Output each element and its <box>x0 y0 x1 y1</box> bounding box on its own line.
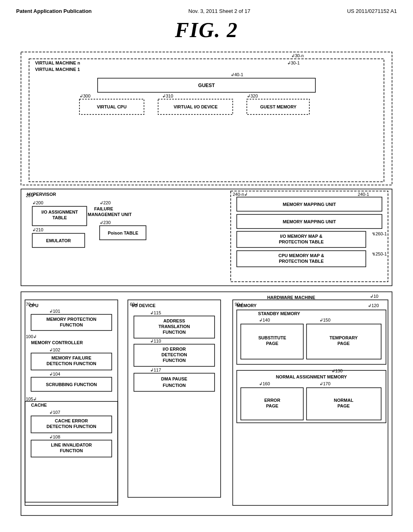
scrubbing-label: SCRUBBING FUNCTION <box>46 382 97 387</box>
emulator-label: EMULATOR <box>46 238 71 243</box>
failure-mgmt-label2: MANAGEMENT UNIT <box>88 212 132 217</box>
standby-memory-label: STANDBY MEMORY <box>258 311 300 316</box>
ref-200: ↲200 <box>32 200 43 205</box>
temporary-page-label2: PAGE <box>338 341 350 346</box>
io-assignment-label: I/O ASSIGNMENT <box>42 210 78 214</box>
temporary-page-label1: TEMPORARY <box>330 335 358 340</box>
ref-110: ↲110 <box>150 339 161 343</box>
ref-230: ↲230 <box>100 220 111 225</box>
io-error-label1: I/O ERROR <box>163 347 186 351</box>
header-right: US 2011/0271152 A1 <box>347 8 397 14</box>
normal-page-label2: PAGE <box>338 403 350 408</box>
vm-1-label: VIRTUAL MACHINE 1 <box>35 67 80 72</box>
cpu-protection-label: PROTECTION TABLE <box>279 259 323 264</box>
substitute-page-label1: SUBSTITUTE <box>258 335 286 340</box>
cpu-memory-map-label: CPU MEMORY MAP & <box>278 253 324 258</box>
ref-130: ↲130 <box>332 368 342 373</box>
error-page-label1: ERROR <box>264 398 280 403</box>
ref-100: 100↲ <box>26 334 37 339</box>
header-mid: Nov. 3, 2011 Sheet 2 of 17 <box>188 8 250 14</box>
failure-mgmt-label1: FAILURE <box>94 206 113 211</box>
ref-117: ↲117 <box>150 368 161 372</box>
ref-101: ↲101 <box>49 309 60 314</box>
ref-170: ↲170 <box>319 381 330 386</box>
io-memory-map-label: I/O MEMORY MAP & <box>280 234 323 239</box>
normal-page-label1: NORMAL <box>334 398 354 403</box>
mmu-top-label: MEMORY MAPPING UNIT <box>283 202 336 207</box>
ref-105: 105↲ <box>26 397 37 401</box>
substitute-page-label2: PAGE <box>266 341 278 346</box>
cache-error-label1: CACHE ERROR <box>55 418 88 423</box>
normal-assignment-label: NORMAL ASSIGNMENT MEMORY <box>276 374 347 379</box>
guest-label: GUEST <box>198 83 215 88</box>
ref-150: ↲150 <box>319 318 330 322</box>
ref-107: ↲107 <box>49 410 60 415</box>
page: Patent Application Publication Nov. 3, 2… <box>0 0 413 532</box>
cache-outer-label: CACHE <box>31 403 47 407</box>
ref-300: ↲300 <box>79 94 90 98</box>
ref-120: ↲120 <box>368 303 379 308</box>
io-error-label2: DETECTION <box>161 352 187 357</box>
ref-310: ↲310 <box>162 94 173 98</box>
line-invalidator-label1: LINE INVALIDATOR <box>51 443 92 447</box>
line-invalidator-label2: FUNCTION <box>60 448 83 453</box>
dma-pause-label2: FUNCTION <box>163 383 186 388</box>
io-table-label: TABLE <box>52 215 67 220</box>
fig-title: FIG. 2 <box>16 18 397 42</box>
guest-memory-label: GUEST MEMORY <box>260 104 297 109</box>
ref-240n: 240-n↲ <box>233 192 248 197</box>
diagram-svg: ↲30-n ↲30-1 VIRTUAL MACHINE n VIRTUAL MA… <box>17 50 396 522</box>
virtual-cpu-label: VIRTUAL CPU <box>97 104 127 109</box>
svg-rect-1 <box>29 59 384 182</box>
io-error-label3: FUNCTION <box>163 358 186 363</box>
mem-failure-label1: MEMORY FAILURE <box>51 355 91 360</box>
ref-104: ↲104 <box>49 372 60 376</box>
ref-240-1: 240-1 <box>358 192 369 197</box>
ref-210: ↲210 <box>32 227 43 232</box>
ref-320: ↲320 <box>247 94 258 98</box>
mmu-bot-label: MEMORY MAPPING UNIT <box>283 219 336 224</box>
ref-108: ↲108 <box>49 434 60 439</box>
ref-102: ↲102 <box>49 347 60 352</box>
cpu-label: CPU <box>29 303 38 308</box>
ref-260-1: ↯260-1 <box>372 231 387 236</box>
ref-30n: ↲30-n <box>291 53 304 58</box>
header: Patent Application Publication Nov. 3, 2… <box>16 8 397 14</box>
poison-table-label: Poison TABLE <box>108 231 138 235</box>
svg-rect-26 <box>134 373 215 391</box>
ref-115: ↲115 <box>150 310 161 315</box>
svg-rect-0 <box>21 52 392 185</box>
virtual-io-label: VIRTUAL I/O DEVICE <box>173 104 217 109</box>
ref-250-1: ↯250-1 <box>372 251 387 256</box>
dma-pause-label1: DMA PAUSE <box>161 376 188 381</box>
memory-label: MEMORY <box>237 303 257 308</box>
memory-controller-label: MEMORY CONTROLLER <box>31 340 83 345</box>
addr-trans-label1: ADDRESS <box>163 318 185 323</box>
io-protection-label: PROTECTION TABLE <box>279 239 323 244</box>
mem-protection-label2: FUNCTION <box>60 322 83 327</box>
cache-error-label2: DETECTION FUNCTION <box>46 424 96 429</box>
mem-failure-label2: DETECTION FUNCTION <box>46 361 96 366</box>
ref-160: ↲160 <box>259 381 270 386</box>
hardware-machine-label: HARDWARE MACHINE <box>267 295 315 300</box>
ref-40-1: ↲40-1 <box>231 72 243 77</box>
hypervisor-label: HYPERVISOR <box>27 192 56 197</box>
svg-rect-27 <box>233 300 388 505</box>
header-left: Patent Application Publication <box>16 8 92 14</box>
error-page-label2: PAGE <box>266 403 278 408</box>
ref-220: ↲220 <box>100 200 111 205</box>
addr-trans-label3: FUNCTION <box>163 330 186 335</box>
io-device-label: I/O DEVICE <box>132 303 156 308</box>
mem-protection-label1: MEMORY PROTECTION <box>46 317 96 322</box>
ref-30-1: ↲30-1 <box>287 60 300 65</box>
vm-n-label: VIRTUAL MACHINE n <box>35 60 80 65</box>
addr-trans-label2: TRANSLATION <box>159 324 190 329</box>
ref-10: ↲10 <box>370 294 378 299</box>
svg-rect-6 <box>21 189 392 286</box>
ref-140: ↲140 <box>259 318 270 322</box>
